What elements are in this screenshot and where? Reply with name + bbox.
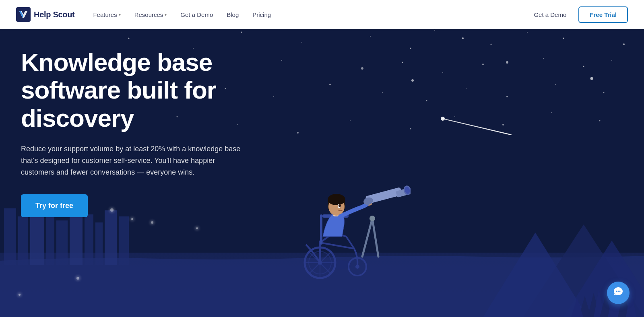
svg-point-7 xyxy=(410,48,411,49)
svg-point-40 xyxy=(551,112,552,113)
nav-get-a-demo[interactable]: Get a Demo xyxy=(175,8,219,21)
hero-subtitle: Reduce your support volume by at least 2… xyxy=(21,143,246,178)
svg-point-29 xyxy=(466,88,467,89)
nav-blog[interactable]: Blog xyxy=(221,8,244,21)
logo-text: Help Scout xyxy=(34,10,74,19)
svg-line-45 xyxy=(443,119,511,135)
svg-point-38 xyxy=(454,116,455,117)
resources-chevron-icon: ▾ xyxy=(165,12,167,17)
svg-point-28 xyxy=(426,100,427,101)
hero-section: Knowledge base software built for discov… xyxy=(0,0,644,317)
svg-point-30 xyxy=(506,96,508,97)
svg-point-104 xyxy=(618,291,619,292)
svg-line-101 xyxy=(372,218,378,257)
hero-title: Knowledge base software built for discov… xyxy=(21,48,295,132)
svg-rect-49 xyxy=(4,208,16,265)
svg-point-16 xyxy=(361,67,363,70)
svg-rect-53 xyxy=(56,220,68,265)
svg-point-41 xyxy=(599,120,601,121)
svg-point-27 xyxy=(382,92,383,93)
svg-line-100 xyxy=(362,218,372,257)
chat-icon xyxy=(613,286,623,299)
svg-point-93 xyxy=(340,208,341,209)
nav-links: Features ▾ Resources ▾ Get a Demo Blog P… xyxy=(87,8,528,21)
svg-rect-56 xyxy=(95,222,103,265)
helpscout-logo-icon xyxy=(16,7,31,22)
glow-dot-5 xyxy=(76,277,79,280)
nav-features[interactable]: Features ▾ xyxy=(87,8,126,21)
svg-rect-52 xyxy=(46,212,54,265)
nav-get-demo-right[interactable]: Get a Demo xyxy=(528,8,572,21)
svg-point-44 xyxy=(590,77,593,80)
glow-dot-6 xyxy=(19,294,21,296)
try-for-free-button[interactable]: Try for free xyxy=(21,194,88,217)
nav-pricing[interactable]: Pricing xyxy=(247,8,277,21)
svg-point-36 xyxy=(350,120,351,121)
svg-point-92 xyxy=(339,204,341,207)
svg-point-11 xyxy=(527,32,528,33)
svg-point-26 xyxy=(329,84,331,85)
svg-point-9 xyxy=(462,37,464,39)
svg-rect-85 xyxy=(320,214,322,245)
nav-resources[interactable]: Resources ▾ xyxy=(129,8,173,21)
svg-point-32 xyxy=(603,92,605,93)
svg-point-31 xyxy=(555,84,556,85)
svg-point-105 xyxy=(619,291,621,292)
svg-point-39 xyxy=(502,124,504,126)
svg-point-18 xyxy=(442,72,443,73)
svg-point-8 xyxy=(434,30,435,31)
svg-point-10 xyxy=(491,44,492,45)
nav-right: Get a Demo Free Trial xyxy=(528,6,628,23)
svg-point-102 xyxy=(369,216,375,221)
svg-point-3 xyxy=(241,32,242,33)
svg-rect-50 xyxy=(18,216,28,265)
svg-line-47 xyxy=(443,119,511,135)
glow-dot-3 xyxy=(151,221,153,224)
svg-point-14 xyxy=(623,43,625,45)
svg-point-42 xyxy=(411,79,414,82)
glow-dot-2 xyxy=(131,218,133,220)
svg-rect-58 xyxy=(119,216,129,265)
svg-point-6 xyxy=(370,36,371,37)
svg-point-12 xyxy=(563,38,564,39)
logo-link[interactable]: Help Scout xyxy=(16,7,74,22)
svg-rect-57 xyxy=(105,210,117,265)
svg-point-20 xyxy=(543,58,544,59)
svg-point-17 xyxy=(402,62,403,63)
glow-dot-4 xyxy=(196,227,198,229)
svg-point-22 xyxy=(611,60,612,61)
person-telescope-illustration xyxy=(258,128,411,281)
hero-content: Knowledge base software built for discov… xyxy=(21,48,295,217)
navbar: Help Scout Features ▾ Resources ▾ Get a … xyxy=(0,0,644,29)
svg-rect-55 xyxy=(85,214,93,265)
svg-point-21 xyxy=(583,66,584,67)
svg-point-43 xyxy=(506,61,508,64)
svg-point-4 xyxy=(301,42,302,43)
chat-bubble-button[interactable] xyxy=(607,282,630,304)
svg-point-46 xyxy=(441,117,445,121)
nav-free-trial-button[interactable]: Free Trial xyxy=(578,6,628,23)
features-chevron-icon: ▾ xyxy=(119,12,121,17)
svg-point-19 xyxy=(482,64,484,65)
svg-point-1 xyxy=(128,38,130,39)
svg-point-103 xyxy=(616,291,617,292)
